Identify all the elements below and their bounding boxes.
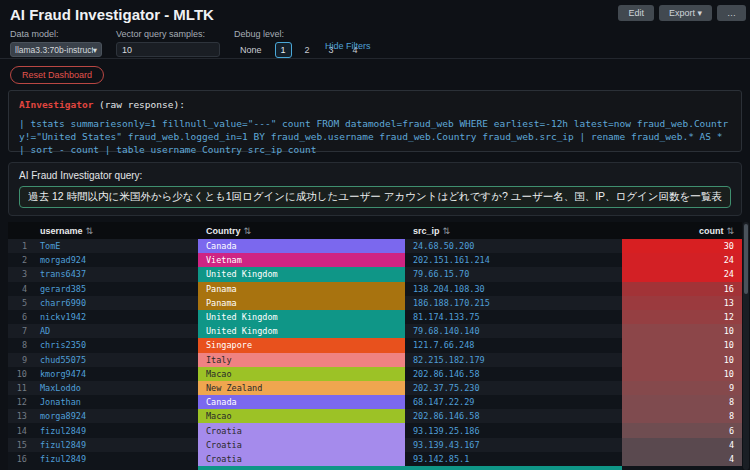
debug-option-2[interactable]: 2 — [299, 42, 316, 58]
count-cell[interactable]: 24 — [622, 267, 742, 281]
country-cell[interactable]: Croatia — [198, 452, 405, 466]
username-cell[interactable]: nickv1942 — [32, 310, 198, 324]
src-ip-cell[interactable]: 79.68.140.140 — [405, 324, 622, 338]
src-ip-cell[interactable]: 93.139.43.167 — [405, 438, 622, 452]
country-cell[interactable]: New Zealand — [198, 381, 405, 395]
table-row[interactable]: 7 AD United Kingdom 79.68.140.140 10 — [8, 324, 742, 338]
count-cell[interactable]: 10 — [622, 324, 742, 338]
username-cell[interactable]: Jonathan — [32, 395, 198, 409]
table-scrollbar[interactable] — [743, 222, 749, 470]
count-cell[interactable]: 9 — [622, 381, 742, 395]
username-cell[interactable]: kmorg9474 — [32, 367, 198, 381]
count-cell[interactable]: 30 — [622, 239, 742, 253]
username-cell[interactable]: MaxLoddo — [32, 381, 198, 395]
username-cell[interactable]: fizul2849 — [32, 423, 198, 437]
country-cell[interactable]: Italy — [198, 353, 405, 367]
more-options-button[interactable]: … — [717, 5, 746, 21]
count-cell[interactable]: 4 — [622, 452, 742, 466]
country-cell[interactable]: Canada — [198, 395, 405, 409]
src-ip-cell[interactable]: 202.37.75.230 — [405, 381, 622, 395]
count-cell[interactable]: 13 — [622, 296, 742, 310]
country-cell[interactable]: Vietnam — [198, 253, 405, 267]
count-cell[interactable]: 4 — [622, 438, 742, 452]
table-row[interactable]: 16 fizul2849 Croatia 93.142.85.1 4 — [8, 452, 742, 466]
reset-dashboard-button[interactable]: Reset Dashboard — [10, 66, 104, 84]
count-cell[interactable]: 16 — [622, 282, 742, 296]
country-cell[interactable]: Macao — [198, 409, 405, 423]
src-ip-cell[interactable]: 79.66.15.70 — [405, 267, 622, 281]
src-ip-cell[interactable]: 24.68.50.200 — [405, 239, 622, 253]
country-cell[interactable]: Canada — [198, 239, 405, 253]
table-row[interactable]: 13 morga8924 Macao 202.86.146.58 8 — [8, 409, 742, 423]
username-cell[interactable]: AD — [32, 324, 198, 338]
count-cell[interactable]: 10 — [622, 367, 742, 381]
row-number-cell: 15 — [8, 438, 32, 452]
row-number-cell: 4 — [8, 282, 32, 296]
table-row[interactable]: 3 trans6437 United Kingdom 79.66.15.70 2… — [8, 267, 742, 281]
count-cell[interactable]: 8 — [622, 409, 742, 423]
count-cell[interactable]: 8 — [622, 395, 742, 409]
src-ip-cell[interactable]: 81.174.133.75 — [405, 310, 622, 324]
country-cell[interactable]: Panama — [198, 296, 405, 310]
src-ip-cell[interactable]: 121.7.66.248 — [405, 338, 622, 352]
debug-option-none[interactable]: None — [234, 42, 268, 58]
count-cell[interactable]: 6 — [622, 423, 742, 437]
username-cell[interactable]: chud55075 — [32, 353, 198, 367]
table-row[interactable]: 10 kmorg9474 Macao 202.86.146.58 10 — [8, 367, 742, 381]
country-cell[interactable]: United Kingdom — [198, 267, 405, 281]
table-row[interactable]: 15 fizul2849 Croatia 93.139.43.167 4 — [8, 438, 742, 452]
count-cell[interactable]: 10 — [622, 338, 742, 352]
edit-button[interactable]: Edit — [618, 5, 654, 21]
src-ip-cell[interactable]: 202.151.161.214 — [405, 253, 622, 267]
src-ip-cell[interactable]: 202.86.146.58 — [405, 409, 622, 423]
username-cell[interactable]: trans6437 — [32, 267, 198, 281]
table-row[interactable]: 4 gerard385 Panama 138.204.108.30 16 — [8, 282, 742, 296]
count-cell[interactable]: 24 — [622, 253, 742, 267]
src-ip-cell[interactable]: 93.139.25.186 — [405, 423, 622, 437]
table-row[interactable]: 8 chris2350 Singapore 121.7.66.248 10 — [8, 338, 742, 352]
src-ip-cell[interactable]: 82.215.182.179 — [405, 353, 622, 367]
username-cell[interactable]: morga8924 — [32, 409, 198, 423]
country-cell[interactable]: Panama — [198, 282, 405, 296]
debug-option-1[interactable]: 1 — [275, 42, 292, 58]
data-model-dropdown[interactable]: llama3.3:70b-instruct-q4… ▾ — [10, 42, 102, 57]
table-row[interactable]: 9 chud55075 Italy 82.215.182.179 10 — [8, 353, 742, 367]
country-cell[interactable]: Singapore — [198, 338, 405, 352]
username-cell[interactable]: morgad924 — [32, 253, 198, 267]
hide-filters-link[interactable]: Hide Filters — [325, 41, 371, 51]
table-row[interactable]: 6 nickv1942 United Kingdom 81.174.133.75… — [8, 310, 742, 324]
src-ip-cell[interactable]: 202.86.146.58 — [405, 367, 622, 381]
country-cell[interactable]: United Kingdom — [198, 324, 405, 338]
count-cell[interactable]: 10 — [622, 353, 742, 367]
src-ip-cell[interactable]: 68.147.22.29 — [405, 395, 622, 409]
count-cell[interactable]: 12 — [622, 310, 742, 324]
raw-response-suffix: (raw response): — [93, 99, 185, 110]
country-cell[interactable]: United Kingdom — [198, 310, 405, 324]
table-row[interactable]: 11 MaxLoddo New Zealand 202.37.75.230 9 — [8, 381, 742, 395]
vector-samples-input[interactable] — [116, 42, 220, 57]
country-cell[interactable]: Croatia — [198, 423, 405, 437]
table-scrollbar-thumb[interactable] — [744, 224, 748, 294]
table-row[interactable]: 1 TomE Canada 24.68.50.200 30 — [8, 239, 742, 253]
table-row[interactable]: 5 charr6990 Panama 186.188.170.215 13 — [8, 296, 742, 310]
src-ip-column-header[interactable]: src_ip⇅ — [405, 226, 622, 236]
username-cell[interactable]: fizul2849 — [32, 452, 198, 466]
ai-query-input[interactable] — [19, 186, 731, 208]
username-cell[interactable]: TomE — [32, 239, 198, 253]
src-ip-cell[interactable]: 186.188.170.215 — [405, 296, 622, 310]
table-row[interactable]: 14 fizul2849 Croatia 93.139.25.186 6 — [8, 423, 742, 437]
count-column-header[interactable]: count⇅ — [622, 226, 742, 236]
country-cell[interactable]: Croatia — [198, 438, 405, 452]
username-cell[interactable]: fizul2849 — [32, 438, 198, 452]
table-row[interactable]: 12 Jonathan Canada 68.147.22.29 8 — [8, 395, 742, 409]
table-row[interactable]: 2 morgad924 Vietnam 202.151.161.214 24 — [8, 253, 742, 267]
username-cell[interactable]: chris2350 — [32, 338, 198, 352]
username-column-header[interactable]: username⇅ — [32, 226, 198, 236]
username-cell[interactable]: charr6990 — [32, 296, 198, 310]
country-column-header[interactable]: Country⇅ — [198, 226, 405, 236]
src-ip-cell[interactable]: 138.204.108.30 — [405, 282, 622, 296]
country-cell[interactable]: Macao — [198, 367, 405, 381]
export-button[interactable]: Export ▾ — [659, 5, 712, 21]
src-ip-cell[interactable]: 93.142.85.1 — [405, 452, 622, 466]
username-cell[interactable]: gerard385 — [32, 282, 198, 296]
